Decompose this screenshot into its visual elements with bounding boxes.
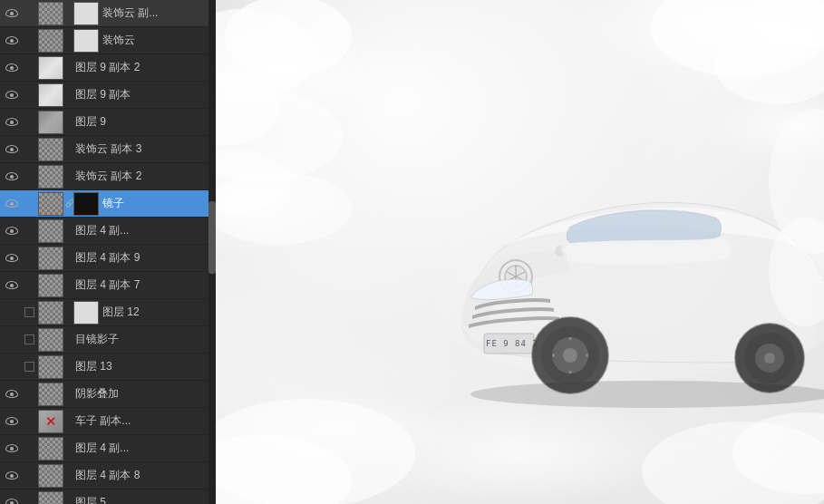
layer-thumbnail: [38, 2, 63, 25]
layer-row[interactable]: 图层 9 副本 2: [0, 54, 216, 82]
visibility-toggle[interactable]: [2, 272, 22, 299]
layer-row[interactable]: 图层 13: [0, 354, 216, 381]
layer-thumbnail: [38, 192, 63, 216]
layer-row[interactable]: 图层 4 副本 7: [0, 272, 216, 299]
svg-point-31: [216, 399, 415, 504]
layer-row[interactable]: 装饰云 副本 2: [0, 163, 216, 190]
eye-icon: [5, 281, 18, 289]
layer-row[interactable]: ✕车子 副本...: [0, 408, 216, 435]
visibility-toggle[interactable]: [2, 299, 22, 326]
layer-name: 装饰云 副本 2: [73, 169, 214, 184]
layer-thumbnail: [38, 274, 63, 297]
layer-thumbnail: [38, 56, 63, 80]
eye-icon: [5, 118, 18, 126]
visibility-toggle[interactable]: [2, 218, 22, 245]
layer-row[interactable]: 目镜影子: [0, 326, 216, 354]
visibility-toggle[interactable]: [2, 27, 22, 54]
thumb-content: [39, 247, 63, 269]
layer-name: 图层 9 副本 2: [73, 60, 214, 75]
checkbox[interactable]: [24, 307, 34, 317]
layer-row[interactable]: 图层 4 副...: [0, 435, 216, 462]
layer-row[interactable]: 图层 12: [0, 299, 216, 326]
scrollbar-track[interactable]: [208, 0, 216, 504]
svg-point-24: [216, 73, 279, 145]
visibility-toggle[interactable]: [2, 408, 22, 435]
eye-empty: [5, 308, 18, 316]
visibility-toggle[interactable]: [2, 489, 22, 505]
layer-row[interactable]: 装饰云 副本 3: [0, 136, 216, 163]
layer-thumbnail: [38, 464, 63, 488]
layer-name: 车子 副本...: [73, 413, 214, 429]
layer-row[interactable]: 阴影叠加: [0, 381, 216, 408]
visibility-toggle[interactable]: [2, 82, 22, 109]
visibility-toggle[interactable]: [2, 109, 22, 136]
thumb-content: [39, 302, 63, 324]
layer-name: 阴影叠加: [73, 386, 214, 402]
layer-name: 图层 9 副本: [73, 87, 214, 102]
chain-icon: 🔗: [65, 199, 73, 208]
checkbox[interactable]: [24, 362, 34, 372]
layer-name: 图层 4 副...: [73, 441, 214, 456]
eye-icon: [5, 63, 18, 72]
svg-point-23: [225, 0, 352, 77]
layer-name: 图层 4 副...: [73, 223, 214, 238]
layer-name: 装饰云 副本 3: [73, 141, 214, 157]
eye-icon: [5, 36, 18, 44]
layer-checkbox[interactable]: [22, 354, 36, 381]
svg-point-26: [216, 150, 288, 213]
layer-name: 装饰云: [100, 33, 214, 48]
layer-name: 图层 5: [73, 495, 214, 504]
visibility-toggle[interactable]: [2, 435, 22, 462]
layer-checkbox: [22, 82, 36, 109]
layer-row[interactable]: 图层 9: [0, 109, 216, 136]
canvas-content: FE 9 84 2: [216, 0, 824, 504]
layer-checkbox[interactable]: [22, 299, 36, 326]
svg-point-25: [216, 91, 343, 181]
eye-icon: [5, 91, 18, 99]
layer-row[interactable]: 装饰云 副...: [0, 0, 216, 27]
layer-row[interactable]: 🔗镜子: [0, 190, 216, 218]
visibility-toggle[interactable]: [2, 136, 22, 163]
eye-empty: [5, 335, 18, 344]
svg-point-22: [216, 9, 315, 100]
layer-row[interactable]: 图层 4 副...: [0, 218, 216, 245]
visibility-toggle[interactable]: [2, 462, 22, 489]
layer-row[interactable]: 图层 4 副本 9: [0, 245, 216, 272]
layer-row[interactable]: 图层 4 副本 8: [0, 462, 216, 489]
visibility-toggle[interactable]: [2, 0, 22, 27]
visibility-toggle[interactable]: [2, 245, 22, 272]
layer-thumbnail: [38, 491, 63, 505]
visibility-toggle[interactable]: [2, 381, 22, 408]
thumb-content: [39, 57, 63, 79]
layer-checkbox[interactable]: [22, 326, 36, 354]
checkbox[interactable]: [24, 334, 34, 344]
layer-row[interactable]: 图层 9 副本: [0, 82, 216, 109]
layer-name: 图层 4 副本 7: [73, 277, 214, 293]
layer-checkbox: [22, 163, 36, 190]
layer-row[interactable]: 装饰云: [0, 27, 216, 54]
layer-thumbnail: ✕: [38, 410, 63, 433]
layer-checkbox: [22, 489, 36, 505]
layer-thumbnail: [38, 83, 63, 107]
layer-checkbox: [22, 54, 36, 82]
visibility-toggle[interactable]: [2, 163, 22, 190]
visibility-toggle[interactable]: [2, 354, 22, 381]
layer-row[interactable]: 图层 5: [0, 489, 216, 504]
layer-thumbnail: [38, 355, 63, 379]
scrollbar-thumb[interactable]: [208, 201, 216, 274]
svg-point-32: [216, 435, 352, 504]
eye-icon: [5, 254, 18, 262]
thumb-content: [39, 275, 63, 296]
layer-thumbnail: [38, 301, 63, 325]
eye-icon: [5, 499, 18, 504]
visibility-toggle[interactable]: [2, 54, 22, 82]
layer-checkbox: [22, 272, 36, 299]
layer-thumbnail: [38, 111, 63, 134]
layers-panel[interactable]: 装饰云 副...装饰云图层 9 副本 2图层 9 副本图层 9装饰云 副本 3装…: [0, 0, 216, 504]
visibility-toggle[interactable]: [2, 190, 22, 218]
red-x-icon: ✕: [45, 415, 56, 428]
layer-thumbnail: [38, 165, 63, 189]
visibility-toggle[interactable]: [2, 326, 22, 354]
layer-checkbox: [22, 245, 36, 272]
svg-text:FE 9 84 2: FE 9 84 2: [486, 339, 538, 348]
